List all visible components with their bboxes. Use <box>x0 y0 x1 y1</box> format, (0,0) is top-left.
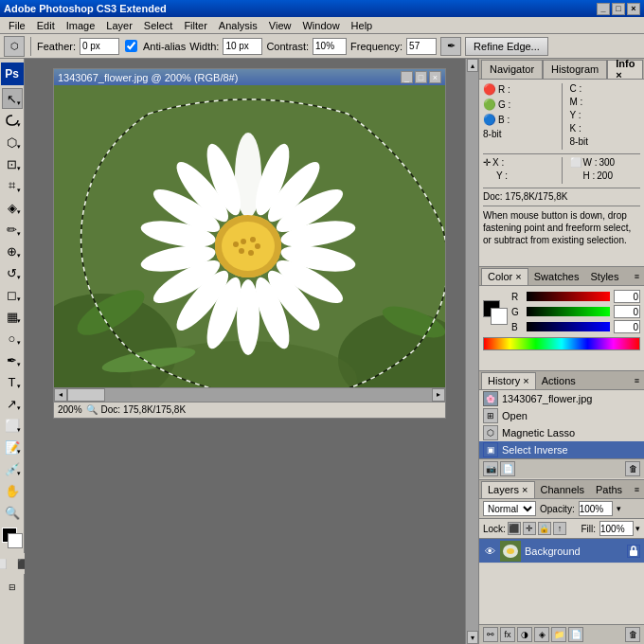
tab-paths[interactable]: Paths <box>590 481 628 498</box>
layers-new-btn[interactable]: 📄 <box>568 627 583 642</box>
history-item-file[interactable]: 🌸 1343067_flower.jpg <box>479 390 644 407</box>
tool-notes[interactable]: 📝▾ <box>2 437 23 457</box>
fill-arrow[interactable]: ▾ <box>635 524 640 533</box>
tool-eraser[interactable]: ◻▾ <box>2 284 23 305</box>
menu-window[interactable]: Window <box>297 19 344 32</box>
layers-adjust-btn[interactable]: ◈ <box>534 627 549 642</box>
history-panel-menu[interactable]: ≡ <box>632 376 642 385</box>
contrast-input[interactable] <box>313 38 347 55</box>
layers-mask-btn[interactable]: ◑ <box>517 627 532 642</box>
lock-move-btn[interactable]: ↑ <box>553 522 566 535</box>
tool-lasso[interactable]: ▾ <box>2 110 23 131</box>
feather-input[interactable] <box>80 38 119 55</box>
maximize-btn[interactable]: □ <box>612 3 625 15</box>
layers-group-btn[interactable]: 📁 <box>551 627 566 642</box>
layers-delete-btn[interactable]: 🗑 <box>625 627 640 642</box>
b-slider-input[interactable] <box>614 320 640 333</box>
g-slider-track[interactable] <box>527 307 610 316</box>
horizontal-scrollbar[interactable]: ◂ ▸ <box>54 387 445 402</box>
tool-brush[interactable]: ✏▾ <box>2 219 23 240</box>
canvas-scroll-down[interactable]: ▾ <box>467 631 478 644</box>
background-color[interactable] <box>8 533 23 548</box>
bg-color-swatch[interactable] <box>491 308 508 325</box>
tool-path-select[interactable]: ↗▾ <box>2 393 23 414</box>
tool-hand[interactable]: ✋ <box>2 480 23 501</box>
history-item-open[interactable]: ⊞ Open <box>479 407 644 424</box>
tab-actions[interactable]: Actions <box>536 372 581 389</box>
layers-fx-btn[interactable]: fx <box>500 627 515 642</box>
tab-channels[interactable]: Channels <box>535 481 590 498</box>
tab-histogram[interactable]: Histogram <box>543 60 607 79</box>
layer-item-background[interactable]: 👁 Background <box>479 539 644 564</box>
lock-position-btn[interactable]: ✛ <box>523 522 536 535</box>
history-item-inverse[interactable]: ▣ Select Inverse <box>479 441 644 458</box>
doc-maximize-btn[interactable]: □ <box>415 71 427 83</box>
width-input[interactable] <box>223 38 262 55</box>
tool-selection[interactable]: ↖▾ <box>2 88 23 109</box>
tab-info[interactable]: Info × <box>607 60 643 79</box>
history-delete-btn[interactable]: 🗑 <box>625 461 640 476</box>
stylus-icon[interactable]: ✒ <box>440 37 461 56</box>
refine-edge-button[interactable]: Refine Edge... <box>465 37 548 56</box>
frequency-input[interactable] <box>406 38 437 55</box>
menu-layer[interactable]: Layer <box>101 19 137 32</box>
menu-file[interactable]: File <box>4 19 30 32</box>
tool-type[interactable]: T▾ <box>2 371 23 392</box>
minimize-btn[interactable]: _ <box>597 3 610 15</box>
tool-dodge[interactable]: ○▾ <box>2 328 23 349</box>
menu-analysis[interactable]: Analysis <box>214 19 262 32</box>
doc-close-btn[interactable]: × <box>429 71 441 83</box>
history-item-lasso[interactable]: ⬡ Magnetic Lasso <box>479 424 644 441</box>
tool-eyedropper[interactable]: 💉▾ <box>2 458 23 479</box>
scroll-left-btn[interactable]: ◂ <box>54 388 67 402</box>
tab-navigator[interactable]: Navigator <box>481 60 543 79</box>
tab-styles[interactable]: Styles <box>584 268 624 285</box>
tab-history[interactable]: History × <box>481 372 536 389</box>
opacity-arrow[interactable]: ▾ <box>617 504 621 513</box>
lock-all-btn[interactable]: 🔒 <box>538 522 551 535</box>
doc-minimize-btn[interactable]: _ <box>401 71 413 83</box>
fill-input[interactable] <box>599 521 634 536</box>
tool-quick-select[interactable]: ⬡▾ <box>2 132 23 152</box>
title-bar-buttons[interactable]: _ □ × <box>597 3 640 15</box>
tool-gradient[interactable]: ▦▾ <box>2 306 23 327</box>
menu-filter[interactable]: Filter <box>179 19 211 32</box>
doc-title-buttons[interactable]: _ □ × <box>401 71 441 83</box>
g-slider-input[interactable] <box>614 305 640 318</box>
b-slider-track[interactable] <box>527 322 610 331</box>
layers-link-btn[interactable]: ⚯ <box>483 627 498 642</box>
tab-color[interactable]: Color × <box>481 268 528 285</box>
menu-select[interactable]: Select <box>139 19 178 32</box>
r-slider-input[interactable] <box>614 290 640 303</box>
tool-crop[interactable]: ⊡▾ <box>2 153 23 174</box>
anti-alias-checkbox[interactable] <box>125 40 137 52</box>
color-panel-menu[interactable]: ≡ <box>632 272 642 281</box>
scroll-thumb[interactable] <box>67 388 105 402</box>
menu-image[interactable]: Image <box>62 19 100 32</box>
tool-stamp[interactable]: ⊕▾ <box>2 241 23 261</box>
menu-help[interactable]: Help <box>347 19 378 32</box>
r-slider-track[interactable] <box>527 292 610 301</box>
history-snapshot-btn[interactable]: 📷 <box>483 461 498 476</box>
scroll-right-btn[interactable]: ▸ <box>432 388 445 402</box>
tool-shapes[interactable]: ⬜▾ <box>2 415 23 436</box>
menu-edit[interactable]: Edit <box>32 19 60 32</box>
history-new-doc-btn[interactable]: 📄 <box>500 461 515 476</box>
menu-view[interactable]: View <box>264 19 296 32</box>
tool-zoom[interactable]: 🔍 <box>2 502 23 523</box>
tab-layers[interactable]: Layers × <box>481 481 535 498</box>
canvas-scrollbar[interactable]: ▴ ▾ <box>465 59 478 644</box>
layer-eye-background[interactable]: 👁 <box>483 545 496 558</box>
tool-slice[interactable]: ⌗▾ <box>2 175 23 196</box>
blend-mode-select[interactable]: Normal Multiply Screen <box>483 501 536 516</box>
opacity-input[interactable] <box>579 501 613 516</box>
tool-pen[interactable]: ✒▾ <box>2 349 23 370</box>
tool-history-brush[interactable]: ↺▾ <box>2 262 23 283</box>
color-spectrum-bar[interactable] <box>483 337 640 350</box>
tab-swatches[interactable]: Swatches <box>528 268 585 285</box>
screen-mode-btn[interactable]: ⊟ <box>2 577 23 598</box>
layers-panel-menu[interactable]: ≡ <box>632 485 642 494</box>
standard-mode-btn[interactable]: ⬜ <box>0 553 11 574</box>
tool-heal[interactable]: ◈▾ <box>2 197 23 218</box>
lock-pixels-btn[interactable]: ⬛ <box>508 522 521 535</box>
